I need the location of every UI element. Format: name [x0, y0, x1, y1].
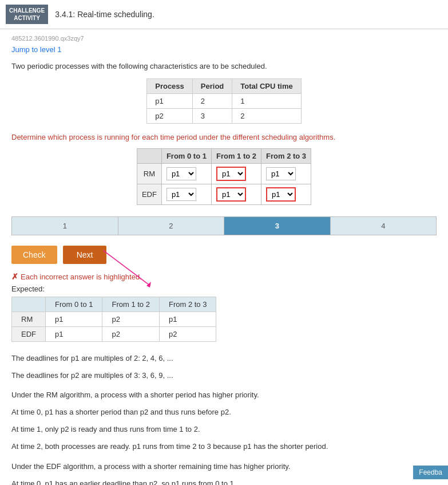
progress-segment-1[interactable]: 1	[12, 217, 118, 235]
sched-rm-0-1[interactable]: p1p2	[161, 164, 211, 184]
sched-rm-2-3[interactable]: p1p2	[261, 164, 311, 184]
sched-row-edf: EDF p1p2 p1p2	[137, 184, 311, 205]
determine-text: Determine which process is running for e…	[11, 133, 437, 141]
scheduling-table: From 0 to 1 From 1 to 2 From 2 to 3 RM p…	[137, 148, 311, 205]
sched-col-0-1: From 0 to 1	[161, 149, 211, 164]
intro-text: Two periodic processes with the followin…	[11, 62, 437, 70]
sched-label-rm: RM	[137, 164, 161, 184]
sched-row-rm: RM p1p2 p1p2	[137, 164, 311, 184]
exp-edf-2-3: p2	[159, 327, 216, 342]
rm-time0: At time 0, p1 has a shorter period than …	[11, 406, 437, 419]
button-row: Check Next	[11, 246, 437, 264]
expected-label: Expected:	[11, 285, 437, 293]
cell-cpu: 2	[232, 109, 302, 124]
error-message: ✗ Each incorrect answer is highlighted.	[11, 272, 437, 281]
select-edf-0-1[interactable]: p1p2	[166, 188, 196, 201]
rm-time2: At time 2, both processes are ready. p1 …	[11, 440, 437, 453]
activity-id: 485212.3601990.qx3zqy7	[11, 35, 437, 42]
process-table: Process Period Total CPU time p1 2 1 p2 …	[146, 78, 302, 124]
rm-time1: At time 1, only p2 is ready and thus run…	[11, 423, 437, 436]
sched-rm-1-2[interactable]: p1p2	[211, 164, 261, 184]
check-button[interactable]: Check	[11, 246, 57, 264]
exp-rm-0-1: p1	[46, 312, 102, 327]
exp-edf-0-1: p1	[46, 327, 102, 342]
col-period: Period	[192, 79, 232, 94]
x-icon: ✗	[11, 272, 18, 281]
edf-explanation: Under the EDF algorithm, a process with …	[11, 460, 437, 485]
select-edf-2-3[interactable]: p1p2	[266, 187, 296, 202]
sched-col-empty	[137, 149, 161, 164]
exp-edf-1-2: p2	[102, 327, 159, 342]
challenge-activity-label: CHALLENGE ACTIVITY	[6, 5, 48, 24]
exp-row-edf: EDF p1 p2 p2	[12, 327, 216, 342]
progress-segment-4[interactable]: 4	[331, 217, 437, 235]
sched-col-1-2: From 1 to 2	[211, 149, 261, 164]
exp-col-empty	[12, 297, 46, 312]
select-rm-2-3[interactable]: p1p2	[266, 167, 296, 180]
sched-edf-2-3[interactable]: p1p2	[261, 184, 311, 205]
edf-intro: Under the EDF algorithm, a process with …	[11, 460, 437, 473]
expected-table: From 0 to 1 From 1 to 2 From 2 to 3 RM p…	[11, 297, 216, 342]
exp-col-2-3: From 2 to 3	[159, 297, 216, 312]
table-row: p2 3 2	[147, 109, 302, 124]
error-text: Each incorrect answer is highlighted.	[21, 273, 142, 281]
sched-col-2-3: From 2 to 3	[261, 149, 311, 164]
sched-edf-1-2[interactable]: p1p2	[211, 184, 261, 205]
select-rm-1-2[interactable]: p1p2	[216, 167, 246, 181]
sched-edf-0-1[interactable]: p1p2	[161, 184, 211, 205]
cell-process: p2	[147, 109, 193, 124]
cell-period: 2	[192, 94, 232, 109]
next-button[interactable]: Next	[63, 246, 107, 264]
exp-label-edf: EDF	[12, 327, 46, 342]
cell-cpu: 1	[232, 94, 302, 109]
select-edf-1-2[interactable]: p1p2	[216, 187, 246, 202]
sched-label-edf: EDF	[137, 184, 161, 205]
cell-process: p1	[147, 94, 193, 109]
deadline-p1: The deadlines for p1 are multiples of 2:…	[11, 352, 437, 365]
jump-to-level-link[interactable]: Jump to level 1	[11, 45, 61, 54]
deadlines-explanation: The deadlines for p1 are multiples of 2:…	[11, 352, 437, 382]
cell-period: 3	[192, 109, 232, 124]
edf-time0: At time 0, p1 has an earlier deadline th…	[11, 478, 437, 485]
select-rm-0-1[interactable]: p1p2	[166, 167, 196, 180]
exp-col-0-1: From 0 to 1	[46, 297, 102, 312]
feedback-button[interactable]: Feedba	[413, 466, 448, 479]
page-header: CHALLENGE ACTIVITY 3.4.1: Real-time sche…	[0, 0, 448, 29]
table-row: p1 2 1	[147, 94, 302, 109]
exp-rm-1-2: p2	[102, 312, 159, 327]
deadline-p2: The deadlines for p2 are multiples of 3:…	[11, 369, 437, 382]
progress-bar: 1 2 3 4	[11, 216, 437, 235]
progress-segment-2[interactable]: 2	[118, 217, 225, 235]
exp-col-1-2: From 1 to 2	[102, 297, 159, 312]
exp-label-rm: RM	[12, 312, 46, 327]
main-content: 485212.3601990.qx3zqy7 Jump to level 1 T…	[0, 29, 448, 485]
page-title: 3.4.1: Real-time scheduling.	[55, 10, 154, 19]
col-process: Process	[147, 79, 193, 94]
exp-row-rm: RM p1 p2 p1	[12, 312, 216, 327]
rm-intro: Under the RM algorithm, a process with a…	[11, 389, 437, 401]
col-cpu: Total CPU time	[232, 79, 302, 94]
progress-segment-3[interactable]: 3	[224, 217, 331, 235]
exp-rm-2-3: p1	[159, 312, 216, 327]
rm-explanation: Under the RM algorithm, a process with a…	[11, 389, 437, 453]
